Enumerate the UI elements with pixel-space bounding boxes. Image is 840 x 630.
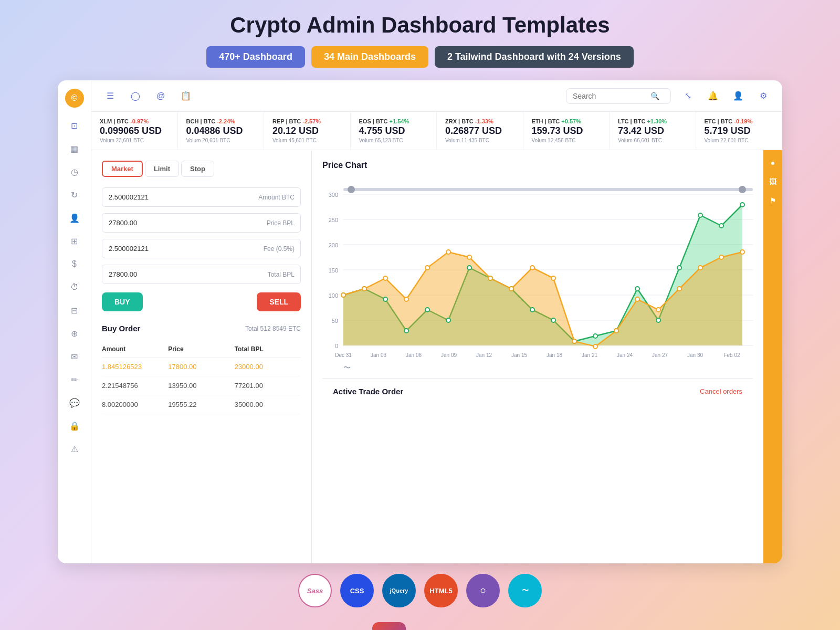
sidebar-icon-mail[interactable]: ✉ [65, 347, 84, 366]
ticker-volume: Volum 22,601 BTC [705, 138, 774, 143]
svg-point-37 [719, 224, 723, 228]
sidebar-icon-clock[interactable]: ◷ [65, 162, 84, 181]
order-tab-market[interactable]: Market [102, 161, 143, 177]
total-label: Total BPL [268, 271, 295, 278]
tech-jquery: jQuery [382, 574, 416, 607]
ticker-pair: ETC | BTC -0.19% [705, 118, 774, 124]
svg-point-49 [551, 276, 555, 280]
col-total: Total BPL [235, 345, 301, 353]
order-row: 1.845126523 17800.00 23000.00 [102, 358, 301, 376]
svg-text:50: 50 [332, 318, 338, 324]
svg-point-48 [530, 266, 534, 270]
right-icon-flag[interactable]: ⚑ [764, 192, 781, 209]
sidebar-icon-warning[interactable]: ⚠ [65, 439, 84, 458]
order-amount: 2.21548756 [102, 382, 168, 390]
svg-point-44 [446, 250, 450, 254]
order-tabs: MarketLimitStop [102, 161, 301, 177]
buy-order-header: Buy Order Total 512 8549 ETC [102, 324, 301, 333]
nav-expand-icon[interactable]: ⤡ [679, 88, 696, 104]
sidebar-icon-monitor[interactable]: ⊡ [65, 116, 84, 135]
order-table-header: Amount Price Total BPL [102, 341, 301, 358]
svg-point-22 [404, 329, 408, 333]
ticker-change: -2.24% [217, 118, 235, 124]
sidebar-icon-time[interactable]: ⏱ [65, 278, 84, 297]
svg-point-25 [467, 266, 471, 270]
ticker-change: -0.97% [130, 118, 149, 124]
tech-css3: CSS [340, 574, 374, 607]
sidebar-icon-message[interactable]: 💬 [65, 393, 84, 412]
nav-user-icon[interactable]: 👤 [730, 88, 747, 104]
ticker-volume: Volum 20,601 BTC [186, 138, 256, 143]
trading-panel: MarketLimitStop Amount BTC Price BPL Fee… [91, 150, 312, 563]
nav-settings-icon[interactable]: ⚙ [755, 88, 772, 104]
sidebar-icon-users[interactable]: 👤 [65, 208, 84, 227]
svg-point-23 [425, 308, 429, 312]
ticker-pair: REP | BTC -2.57% [272, 118, 342, 124]
ticker-pair: BCH | BTC -2.24% [186, 118, 256, 124]
search-input[interactable] [573, 92, 646, 100]
buy-button[interactable]: BUY [102, 292, 143, 311]
svg-text:Jan 21: Jan 21 [582, 352, 597, 358]
svg-point-31 [593, 334, 597, 338]
active-trade-title: Active Trade Order [333, 387, 403, 396]
search-box[interactable]: 🔍 [566, 88, 671, 104]
svg-point-57 [719, 255, 723, 259]
order-row: 8.00200000 19555.22 35000.00 [102, 395, 301, 414]
badge-tailwind: 2 Tailwind Dashboard with 24 Versions [435, 46, 634, 68]
svg-point-38 [740, 203, 744, 207]
sidebar-icon-lock[interactable]: 🔒 [65, 416, 84, 435]
svg-text:100: 100 [329, 292, 338, 299]
nav-menu-icon[interactable]: ☰ [102, 88, 119, 104]
right-icons-bar: ● 🖼 ⚑ [763, 150, 782, 563]
ticker-volume: Volum 66,601 BTC [618, 138, 687, 143]
nav-clipboard-icon[interactable]: 📋 [177, 88, 194, 104]
sidebar-icon-apps[interactable]: ⊟ [65, 301, 84, 320]
ticker-price: 4.755 USD [359, 125, 428, 136]
svg-text:Dec 31: Dec 31 [335, 352, 352, 358]
svg-point-28 [530, 308, 534, 312]
order-tab-limit[interactable]: Limit [145, 161, 179, 177]
nav-chat-icon[interactable]: ◯ [127, 88, 144, 104]
ticker-change: +0.57% [561, 118, 581, 124]
cancel-orders-button[interactable]: Cancel orders [700, 387, 742, 395]
sidebar-icon-chart[interactable]: ▦ [65, 139, 84, 158]
svg-point-50 [572, 339, 576, 343]
right-icon-image[interactable]: 🖼 [764, 173, 781, 190]
tech-sass: Sass [298, 574, 332, 607]
order-amount: 8.00200000 [102, 401, 168, 408]
svg-point-46 [488, 276, 492, 280]
main-content: ☰ ◯ @ 📋 🔍 ⤡ 🔔 👤 ⚙ XLM | BTC -0.97% 0.099… [91, 80, 782, 563]
col-amount: Amount [102, 345, 168, 353]
svg-point-33 [635, 287, 639, 291]
ticker-item: ETC | BTC -0.19% 5.719 USD Volum 22,601 … [696, 112, 783, 150]
bottom-branding: M MULTIPURPOSE THEMES [372, 622, 468, 630]
order-total: 23000.00 [235, 363, 301, 371]
order-tab-stop[interactable]: Stop [181, 161, 214, 177]
active-trade-section: Active Trade Order Cancel orders [322, 378, 753, 404]
action-buttons: BUY SELL [102, 292, 301, 311]
nav-bell-icon[interactable]: 🔔 [705, 88, 721, 104]
tech-html5: HTML5 [424, 574, 458, 607]
nav-at-icon[interactable]: @ [152, 88, 169, 104]
svg-point-29 [551, 318, 555, 322]
sell-button[interactable]: SELL [257, 292, 301, 311]
svg-text:Jan 09: Jan 09 [441, 352, 457, 358]
sidebar-icon-refresh[interactable]: ↻ [65, 185, 84, 204]
svg-text:Jan 30: Jan 30 [687, 352, 703, 358]
dashboard-wrapper: © ⊡ ▦ ◷ ↻ 👤 ⊞ $ ⏱ ⊟ ⊕ ✉ ✏ 💬 🔒 ⚠ ☰ ◯ @ 📋 … [58, 80, 782, 563]
sidebar-icon-globe[interactable]: ⊕ [65, 324, 84, 343]
tech-tailwind: 〜 [508, 574, 542, 607]
svg-point-15 [348, 186, 355, 193]
ticker-change: +1.30% [647, 118, 667, 124]
badge-main-dashboards: 34 Main Dashboards [311, 46, 428, 68]
svg-text:〜: 〜 [343, 363, 351, 372]
order-price: 13950.00 [168, 382, 234, 390]
ticker-item: EOS | BTC +1.54% 4.755 USD Volum 65,123 … [351, 112, 437, 150]
sidebar-icon-dollar[interactable]: $ [65, 255, 84, 274]
order-total: 77201.00 [235, 382, 301, 390]
sidebar-icon-edit[interactable]: ✏ [65, 370, 84, 389]
svg-text:150: 150 [329, 267, 338, 274]
right-icon-circle[interactable]: ● [764, 154, 781, 171]
sidebar-icon-grid[interactable]: ⊞ [65, 232, 84, 250]
svg-point-54 [656, 308, 660, 312]
